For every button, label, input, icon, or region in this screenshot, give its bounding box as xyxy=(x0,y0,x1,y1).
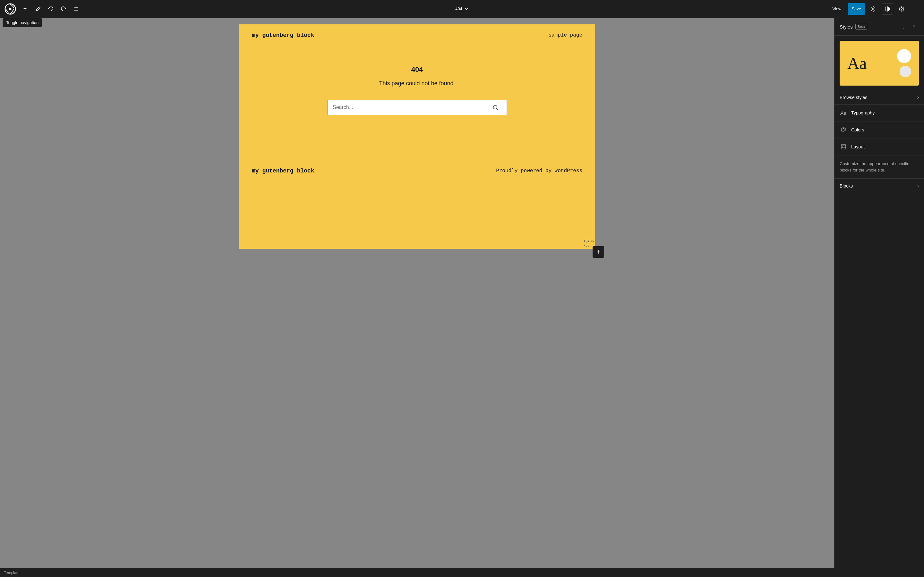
panel-close-button[interactable]: × xyxy=(909,22,919,31)
svg-point-11 xyxy=(842,129,843,129)
colors-icon xyxy=(840,126,847,134)
nav-sample-page: sample page xyxy=(548,32,582,38)
layout-option-left: Layout xyxy=(840,143,865,151)
layout-option-row[interactable]: Layout xyxy=(835,139,924,155)
preview-circle-small xyxy=(900,66,911,77)
svg-point-1 xyxy=(9,8,11,10)
svg-rect-14 xyxy=(841,145,846,149)
search-input[interactable] xyxy=(327,100,484,115)
colors-option-row[interactable]: Colors xyxy=(835,121,924,139)
status-bar: Template xyxy=(0,568,924,577)
svg-point-13 xyxy=(844,129,845,129)
edit-mode-button[interactable] xyxy=(32,3,44,15)
powered-by-text: Proudly powered by WordPress xyxy=(496,168,582,174)
search-area xyxy=(327,100,507,115)
beta-badge: Beta xyxy=(855,24,867,29)
more-options-button[interactable]: ⋮ xyxy=(910,3,921,15)
blocks-label: Blocks xyxy=(840,183,853,189)
page-title-text: 404 xyxy=(455,6,462,11)
search-submit-button[interactable] xyxy=(484,100,507,115)
add-block-button[interactable]: + xyxy=(593,246,604,258)
colors-option-left: Colors xyxy=(840,126,864,134)
page-footer: my gutenberg block Proudly powered by Wo… xyxy=(239,160,595,182)
panel-header-actions: ⋮ × xyxy=(898,22,919,31)
browse-styles-label: Browse styles xyxy=(840,95,867,100)
page-canvas: my gutenberg block sample page 404 This … xyxy=(239,24,595,249)
wp-logo-button[interactable] xyxy=(3,1,18,17)
preview-circle-large xyxy=(897,49,911,63)
main-area: my gutenberg block sample page 404 This … xyxy=(0,18,924,568)
typography-label: Typography xyxy=(851,110,875,115)
site-title-footer: my gutenberg block xyxy=(252,168,314,174)
view-button[interactable]: View xyxy=(829,3,845,15)
status-text: Template xyxy=(4,571,19,575)
undo-button[interactable] xyxy=(45,3,57,15)
svg-point-5 xyxy=(873,8,874,10)
panel-title-area: Styles Beta xyxy=(840,24,867,29)
error-code: 404 xyxy=(411,65,423,74)
toolbar-left: + xyxy=(3,1,82,17)
toolbar: + 404 xyxy=(0,0,924,18)
blocks-chevron: › xyxy=(917,183,919,189)
layout-icon xyxy=(840,143,847,151)
page-title-button[interactable]: 404 xyxy=(452,5,472,13)
dark-mode-button[interactable] xyxy=(882,3,893,15)
svg-line-10 xyxy=(496,109,498,110)
panel-title: Styles xyxy=(840,24,853,29)
styles-panel: Styles Beta ⋮ × Aa Browse styles xyxy=(834,18,924,568)
document-overview-button[interactable] xyxy=(71,3,82,15)
toolbar-right: View Save ⋮ xyxy=(829,3,921,15)
save-button[interactable]: Save xyxy=(848,3,865,15)
coordinates-display: 1,436 730 xyxy=(583,239,594,247)
site-title-header: my gutenberg block xyxy=(252,32,314,39)
settings-button[interactable] xyxy=(867,3,879,15)
blocks-row[interactable]: Blocks › xyxy=(835,179,924,193)
error-message: This page could not be found. xyxy=(379,80,455,87)
layout-label: Layout xyxy=(851,144,865,149)
page-header: my gutenberg block sample page xyxy=(239,24,595,46)
redo-button[interactable] xyxy=(58,3,69,15)
panel-header: Styles Beta ⋮ × xyxy=(835,18,924,35)
browse-styles-row[interactable]: Browse styles › xyxy=(835,91,924,105)
help-button[interactable] xyxy=(896,3,907,15)
customize-text: Customize the appearance of specific blo… xyxy=(835,155,924,179)
canvas-area: my gutenberg block sample page 404 This … xyxy=(0,18,834,568)
page-content-area: 404 This page could not be found. xyxy=(239,46,595,134)
style-preview[interactable]: Aa xyxy=(840,41,919,85)
search-icon xyxy=(492,104,499,111)
add-block-toolbar-button[interactable]: + xyxy=(19,3,31,15)
toolbar-center: 404 xyxy=(452,5,472,13)
colors-label: Colors xyxy=(851,127,864,132)
typography-option-left: Aa Typography xyxy=(840,109,875,117)
preview-aa-text: Aa xyxy=(847,54,867,73)
svg-point-8 xyxy=(901,10,902,11)
panel-more-button[interactable]: ⋮ xyxy=(898,22,908,31)
browse-styles-chevron: › xyxy=(917,95,919,100)
typography-option-row[interactable]: Aa Typography xyxy=(835,105,924,121)
svg-point-12 xyxy=(843,128,844,129)
typography-icon: Aa xyxy=(840,109,847,117)
preview-circles xyxy=(897,49,911,77)
